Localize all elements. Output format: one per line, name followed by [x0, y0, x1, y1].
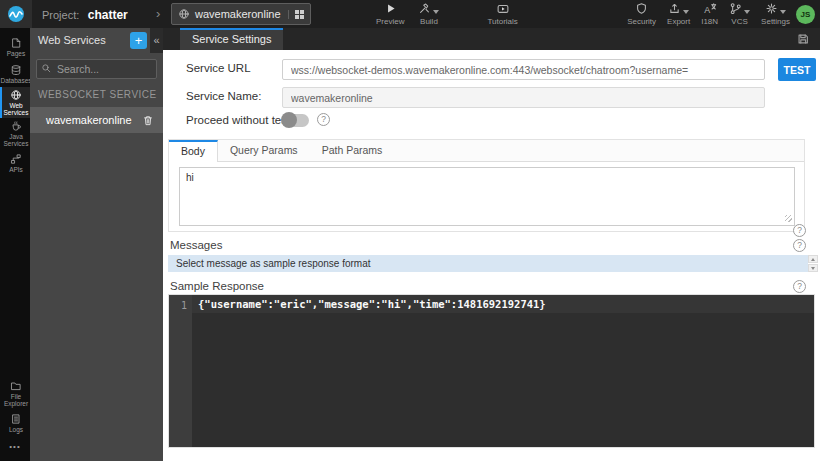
help-icon[interactable]: ? — [793, 239, 806, 252]
chevron-down-icon — [780, 10, 786, 14]
grid-icon[interactable] — [288, 10, 304, 19]
chevron-right-icon: › — [156, 0, 160, 27]
tab-query-params[interactable]: Query Params — [218, 140, 310, 161]
panel-title: Web Services — [38, 28, 106, 53]
chevron-down-icon — [683, 10, 689, 14]
preview-button[interactable]: Preview — [376, 2, 404, 26]
sidebar-item-pages[interactable]: Pages — [0, 33, 30, 60]
branch-icon — [729, 2, 742, 15]
service-url-input[interactable] — [282, 59, 765, 80]
user-avatar[interactable]: JS — [796, 5, 815, 24]
service-name-input[interactable] — [282, 87, 765, 108]
main-tab-bar: Service Settings — [163, 28, 820, 50]
export-icon — [668, 2, 681, 15]
web-services-panel: Web Services + « WEBSOCKET SERVICE wavem… — [30, 28, 163, 461]
page-icon — [10, 37, 22, 49]
more-icon[interactable]: ••• — [0, 436, 30, 461]
resize-handle[interactable] — [785, 215, 792, 222]
top-bar: Project: chatter › wavemakeronline Previ… — [0, 0, 820, 28]
export-button[interactable]: Export — [667, 2, 690, 26]
messages-scrollbar — [808, 255, 818, 272]
project-label: Project: — [42, 9, 79, 21]
left-icon-rail: Pages Databases Web Services Java Servic… — [0, 28, 30, 461]
search-box — [36, 59, 157, 79]
messages-label: Messages — [170, 239, 222, 251]
build-button[interactable]: Build — [418, 2, 439, 26]
tab-path-params[interactable]: Path Params — [310, 140, 395, 161]
body-input[interactable]: hi — [179, 167, 795, 226]
wavemaker-studio: Project: chatter › wavemakeronline Previ… — [0, 0, 820, 461]
project-name: chatter — [88, 8, 128, 22]
sidebar-item-logs[interactable]: Logs — [0, 409, 30, 436]
message-select-bar[interactable]: Select message as sample response format — [168, 255, 808, 272]
search-input[interactable] — [36, 59, 157, 79]
database-icon — [10, 64, 22, 76]
request-section: Body Query Params Path Params hi — [168, 139, 805, 232]
arrow-down-icon — [811, 267, 815, 270]
settings-button[interactable]: Settings — [761, 2, 790, 26]
log-file-icon — [10, 413, 22, 425]
line-number: 1 — [169, 295, 192, 314]
arrow-up-icon — [811, 258, 815, 261]
chevron-down-icon — [433, 10, 439, 14]
wavemaker-logo-icon — [7, 5, 25, 23]
test-button[interactable]: TEST — [778, 58, 816, 81]
vcs-button[interactable]: VCS — [729, 2, 750, 26]
project-breadcrumb: Project: chatter — [42, 0, 128, 28]
scroll-up-button[interactable] — [808, 255, 818, 263]
help-icon[interactable]: ? — [793, 224, 806, 237]
i18n-button[interactable]: A I18N — [701, 2, 718, 26]
toolbar-left: Preview Build Tutorials — [376, 2, 518, 26]
line-number-gutter: 1 — [169, 295, 192, 447]
translate-icon: A — [703, 2, 717, 15]
video-tutorial-icon — [496, 2, 510, 15]
sidebar-item-web-services[interactable]: Web Services — [0, 87, 30, 118]
request-tabs: Body Query Params Path Params — [169, 140, 804, 162]
panel-header: Web Services + « — [30, 28, 163, 53]
tab-body[interactable]: Body — [169, 140, 218, 162]
tab-service-settings[interactable]: Service Settings — [180, 28, 283, 50]
globe-icon — [10, 89, 22, 101]
shield-icon — [635, 2, 648, 15]
save-icon[interactable] — [796, 32, 810, 46]
code-line-1: {"username":"eric","message":"hi","time"… — [192, 295, 814, 313]
help-icon[interactable]: ? — [317, 113, 330, 126]
code-area[interactable]: {"username":"eric","message":"hi","time"… — [192, 295, 814, 447]
service-item-wavemakeronline[interactable]: wavemakeronline — [30, 107, 163, 133]
proceed-toggle[interactable] — [282, 114, 309, 127]
doc-tab-label: wavemakeronline — [195, 8, 281, 20]
sample-response-label: Sample Response — [170, 280, 264, 292]
service-url-label: Service URL — [186, 62, 251, 74]
sidebar-item-file-explorer[interactable]: File Explorer — [0, 378, 30, 409]
sidebar-item-apis[interactable]: APIs — [0, 149, 30, 176]
build-tools-icon — [418, 2, 431, 15]
api-connector-icon — [10, 153, 22, 165]
svg-text:A: A — [704, 5, 710, 15]
sample-response-editor[interactable]: 1 {"username":"eric","message":"hi","tim… — [168, 294, 815, 448]
sidebar-item-java-services[interactable]: Java Services — [0, 118, 30, 149]
websocket-service-section-label: WEBSOCKET SERVICE — [38, 89, 163, 100]
toggle-knob — [281, 112, 297, 128]
search-icon — [41, 63, 52, 74]
tutorials-button[interactable]: Tutorials — [487, 2, 517, 26]
doc-tab-wavemakeronline[interactable]: wavemakeronline — [171, 3, 311, 25]
rail-spacer — [0, 176, 30, 378]
wavemaker-logo[interactable] — [0, 0, 32, 28]
help-icon[interactable]: ? — [793, 280, 806, 293]
security-button[interactable]: Security — [627, 2, 656, 26]
service-name-label: Service Name: — [186, 90, 261, 102]
globe-icon — [178, 8, 190, 20]
service-item-label: wavemakeronline — [46, 114, 142, 126]
main-area: Service Settings Service URL TEST Servic… — [163, 28, 820, 461]
trash-icon[interactable] — [142, 114, 154, 127]
scroll-down-button[interactable] — [808, 264, 818, 272]
play-icon — [384, 2, 397, 15]
gear-icon — [765, 2, 778, 15]
add-service-button[interactable]: + — [130, 32, 147, 49]
folder-icon — [10, 380, 22, 392]
collapse-panel-button[interactable]: « — [150, 28, 163, 53]
toolbar-right: Security Export A I18N — [627, 2, 790, 26]
coffee-cup-icon — [10, 120, 22, 132]
sidebar-item-databases[interactable]: Databases — [0, 60, 30, 87]
chevron-down-icon — [744, 10, 750, 14]
